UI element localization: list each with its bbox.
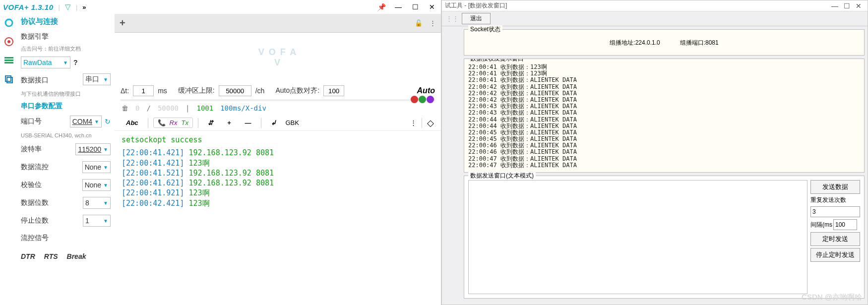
recv-line: 22:00:46 收到数据：ALIENTEK DATA [468,149,860,155]
encoding-label[interactable]: GBK [286,119,299,126]
marker-purple-icon[interactable] [427,96,434,103]
databits-value: 8 [85,199,89,207]
shield-icon: ▽ [65,2,71,11]
svg-rect-5 [4,62,13,63]
rail-copy-icon[interactable] [4,74,14,84]
svg-point-2 [7,40,10,43]
track-bar[interactable] [121,99,435,101]
lock-icon[interactable]: 🔓 [415,19,423,27]
port-value: COM4 [72,118,92,125]
iface-label: 数据接口 [21,76,49,85]
port-select[interactable]: COM4 ▼ [70,116,102,127]
plus-button[interactable]: + [223,117,236,128]
buf-input[interactable] [219,85,251,96]
abc-button[interactable]: Abc [122,117,143,128]
break-toggle[interactable]: Break [67,252,86,260]
engine-label: 数据引擎 [21,32,111,41]
divider [261,118,261,128]
repeat-label: 重复发送次数 [810,196,860,204]
divider [198,118,198,128]
baud-label: 波特率 [21,145,42,154]
marker-red-icon[interactable] [411,96,418,103]
new-tab-button[interactable]: + [120,17,125,29]
maximize-button[interactable]: ☐ [409,3,421,11]
marker-green-icon[interactable] [419,96,426,103]
icon-rail [0,14,18,305]
pin-icon[interactable]: 📌 [375,3,387,11]
minus-button[interactable]: — [241,117,256,128]
iface-select[interactable]: 串口 ▼ [83,73,111,85]
send-textarea[interactable] [468,180,807,294]
trash-icon[interactable]: 🗑 [122,104,128,112]
stopbits-select[interactable]: 1▼ [83,215,111,227]
eraser-icon[interactable]: ◇ [427,118,434,128]
refresh-icon[interactable]: ↻ [105,118,111,125]
databits-select[interactable]: 8▼ [83,197,111,209]
terminal-toolbar: Abc 📞 Rx Tx ⇵ + — ↲ GBK ⋮ ◇ [115,115,441,131]
vofa-app: VOFA+ 1.3.10 | ▽ | » 📌 — ☐ ✕ 协议与连接 数据引擎 … [0,0,441,305]
iface-value: 串口 [85,75,99,84]
divider [148,118,148,128]
tx-toggle[interactable]: Tx [181,119,188,126]
help-button[interactable]: ? [73,59,78,66]
vofa-logo: V O F A V [258,47,297,68]
recv-line: 22:00:44 收到数据：ALIENTEK DATA [468,123,860,129]
socket-app: 试工具 - [数据收发窗口] — ☐ ✕ ⋮⋮ 退出 Socket状态 组播地址… [441,0,868,305]
close-button[interactable]: ✕ [426,3,438,11]
close-button[interactable]: ✕ [853,2,865,10]
terminal-line: [22:00:41.621] 192.168.123.92 8081 [122,178,434,188]
phone-icon[interactable]: 📞 [158,119,166,126]
terminal-output: setsockopt success [22:00:41.421] 192.16… [115,131,441,212]
socket-title: 试工具 - [数据收发窗口] [445,1,507,10]
flow-value: None [85,163,101,171]
dt-unit: ms [158,87,167,95]
chevron-down-icon: ▼ [103,183,108,188]
repeat-input[interactable] [810,206,860,217]
recv-line: 22:00:41 收到数据：ALIENTEK DATA [468,77,860,83]
more-icon[interactable]: » [82,3,84,11]
recv-line: 22:00:43 收到数据：ALIENTEK DATA [468,110,860,116]
send-legend: 数据发送窗口(文本模式) [468,172,536,180]
baud-select[interactable]: 115200▼ [75,143,111,155]
auto-button[interactable]: Auto [417,86,435,95]
recv-line: 22:00:47 收到数据：ALIENTEK DATA [468,156,860,162]
rts-toggle[interactable]: RTS [44,252,58,260]
menu-icon[interactable]: ⋮ [410,119,417,126]
port-label: 端口号 [21,117,42,126]
send-button[interactable]: 发送数据 [810,180,860,194]
timer-stop-button[interactable]: 停止定时发送 [810,248,860,262]
menu-icon[interactable]: ⋮ [430,19,436,27]
flow-select[interactable]: None▼ [82,161,111,173]
chevron-down-icon: ▼ [103,165,108,170]
wrap-icon[interactable]: ↲ [266,117,281,128]
auto-input[interactable] [323,85,344,96]
parity-select[interactable]: None▼ [82,179,111,191]
minimize-button[interactable]: — [829,2,841,10]
auto-label: Auto点数对齐: [275,86,319,95]
rx-toggle[interactable]: Rx [170,119,178,126]
status-slash: / [146,104,150,112]
rail-circle-icon[interactable] [4,18,14,28]
terminal-line: [22:00:41.421] 123啊 [122,158,434,168]
baud-value: 115200 [78,145,101,153]
engine-select[interactable]: RawData ▼ [21,57,70,68]
minimize-button[interactable]: — [392,3,404,11]
multicast-port: 组播端口:8081 [680,39,719,47]
svg-rect-7 [7,77,12,83]
socket-titlebar: 试工具 - [数据收发窗口] — ☐ ✕ [442,0,868,11]
rail-record-icon[interactable] [4,37,14,47]
interval-input[interactable] [833,219,857,230]
dt-input[interactable] [133,85,154,96]
divider [422,118,422,128]
databits-label: 数据位数 [21,198,49,207]
dtr-toggle[interactable]: DTR [21,252,35,260]
buf-unit: /ch [255,87,265,95]
chart-controls: Δt: ms 缓冲区上限: /ch Auto点数对齐: Auto [115,82,441,99]
protocol-title: 协议与连接 [21,17,111,26]
exit-button[interactable]: 退出 [462,13,491,24]
recv-line: 22:00:42 收到数据：ALIENTEK DATA [468,90,860,97]
maximize-button[interactable]: ☐ [841,2,853,10]
timer-start-button[interactable]: 定时发送 [810,232,860,246]
lineheight-icon[interactable]: ⇵ [203,117,218,128]
rail-list-icon[interactable] [4,56,14,65]
